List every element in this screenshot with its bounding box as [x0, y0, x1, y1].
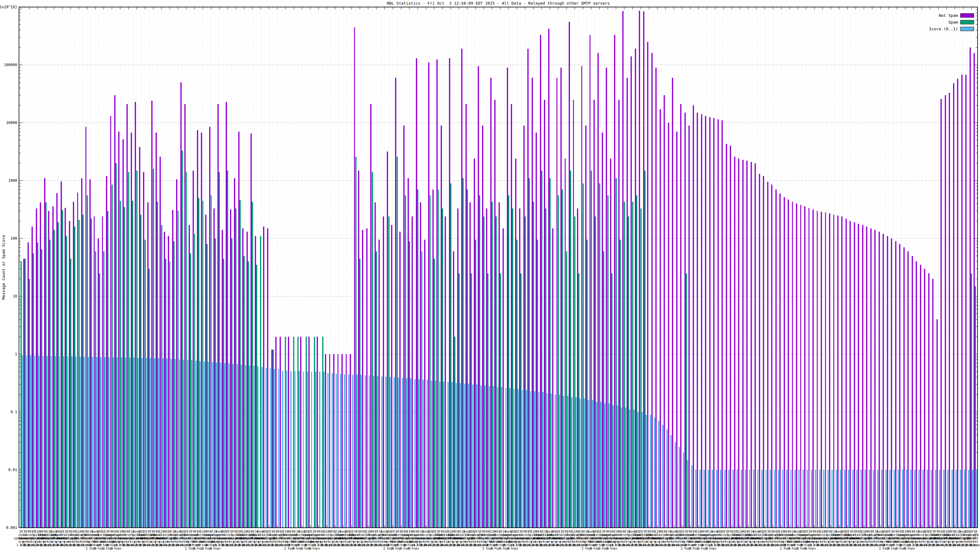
x-tick-label-line: 40 [742, 530, 746, 533]
score-bar [753, 470, 754, 528]
notspam-bar [300, 337, 301, 528]
x-tick-label-line: 9 hops [606, 547, 617, 550]
score-bar [274, 369, 275, 528]
score-bar [633, 410, 635, 528]
spam-bar [157, 202, 158, 528]
score-bar [592, 400, 593, 528]
bar-group-226 [953, 83, 957, 528]
score-bar [452, 382, 453, 528]
spam-bar [305, 337, 307, 528]
notspam-bar [887, 236, 888, 528]
score-bar [571, 397, 573, 528]
score-bar [43, 356, 44, 528]
spam-bar [975, 286, 976, 528]
x-tick-label-line: ubl [956, 533, 962, 537]
bar-group-97 [420, 202, 423, 528]
bar-group-48 [218, 104, 221, 528]
score-bar [336, 374, 337, 528]
x-tick-label-line: zen [316, 533, 321, 537]
y-tick-label: 100 [10, 236, 17, 241]
x-tick-label-line: ubl [460, 533, 466, 537]
spam-bar [95, 251, 96, 528]
notspam-bar [651, 53, 652, 528]
notspam-bar [663, 95, 665, 528]
spam-bar [640, 208, 641, 528]
x-tick-label-line: 30 [65, 530, 68, 533]
x-tick-label-line: 90 [275, 530, 279, 533]
bar-group-115 [494, 100, 498, 528]
score-bar [137, 358, 139, 528]
bar-group-43 [197, 130, 200, 528]
notspam-bar [507, 68, 508, 528]
notspam-bar [866, 227, 867, 528]
spam-bar [616, 178, 617, 528]
bar-group-152 [647, 42, 651, 528]
notspam-bar [763, 176, 764, 528]
score-bar [766, 470, 767, 528]
bar-group-75 [329, 354, 333, 528]
score-bar [390, 377, 391, 528]
spam-bar [417, 189, 418, 528]
notspam-bar [961, 75, 963, 528]
x-tick-label-line: 80 [416, 530, 420, 533]
notspam-bar [131, 133, 132, 528]
notspam-bar [614, 35, 615, 528]
score-bar [877, 470, 878, 528]
legend-swatch-not-spam [960, 13, 974, 17]
score-bar [30, 356, 31, 528]
bar-group-92 [399, 232, 403, 528]
notspam-bar [800, 205, 802, 528]
spam-bar [632, 202, 633, 528]
score-bar [658, 421, 659, 528]
score-bar [927, 470, 928, 528]
spam-bar [169, 261, 170, 528]
bar-group-185 [784, 197, 788, 528]
spam-bar [107, 211, 108, 528]
notspam-bar [457, 208, 458, 528]
score-bar [187, 360, 188, 528]
x-tick-label-line: 20 [226, 530, 229, 533]
score-bar [485, 385, 486, 528]
bar-group-4 [36, 208, 40, 528]
bar-group-111 [478, 66, 481, 528]
bar-group-230 [970, 48, 973, 528]
score-bar [323, 372, 325, 528]
x-tick-label-line: 110 [283, 530, 288, 533]
spam-bar [322, 337, 323, 528]
y-tick-label: 1000 [8, 178, 17, 183]
x-tick-label-line: 40 [660, 530, 663, 533]
spam-bar [644, 170, 646, 528]
bar-group-138 [590, 35, 593, 528]
score-bar [848, 470, 849, 528]
x-tick-label-line: 9 hops [111, 547, 122, 550]
spam-bar [272, 349, 274, 528]
x-tick-label-line: 80 [333, 530, 337, 533]
score-bar [117, 357, 118, 528]
legend-swatch-score [960, 27, 974, 31]
spam-bar [487, 273, 488, 528]
score-bar [34, 356, 35, 528]
score-bar [774, 470, 775, 528]
x-tick-label-line: 150 [799, 530, 805, 533]
bar-group-177 [751, 162, 754, 528]
score-bar [522, 390, 523, 528]
score-bar [741, 470, 742, 528]
spam-bar [21, 261, 22, 528]
bar-group-120 [515, 159, 519, 528]
x-tick-label-line: 90 [771, 530, 775, 533]
score-bar [778, 470, 779, 528]
score-bar [724, 470, 725, 528]
notspam-bar [395, 78, 396, 528]
spam-bar [537, 240, 538, 528]
score-bar [567, 396, 568, 528]
x-tick-label-line: 30 [643, 530, 647, 533]
bar-group-151 [643, 11, 647, 528]
bar-group-31 [147, 202, 151, 528]
notspam-bar [317, 337, 318, 528]
score-bar [183, 360, 184, 528]
notspam-bar [920, 265, 921, 528]
score-bar [679, 447, 680, 528]
x-tick-label-line: 40 [205, 530, 209, 533]
score-bar [596, 402, 597, 528]
bar-group-161 [684, 113, 688, 528]
